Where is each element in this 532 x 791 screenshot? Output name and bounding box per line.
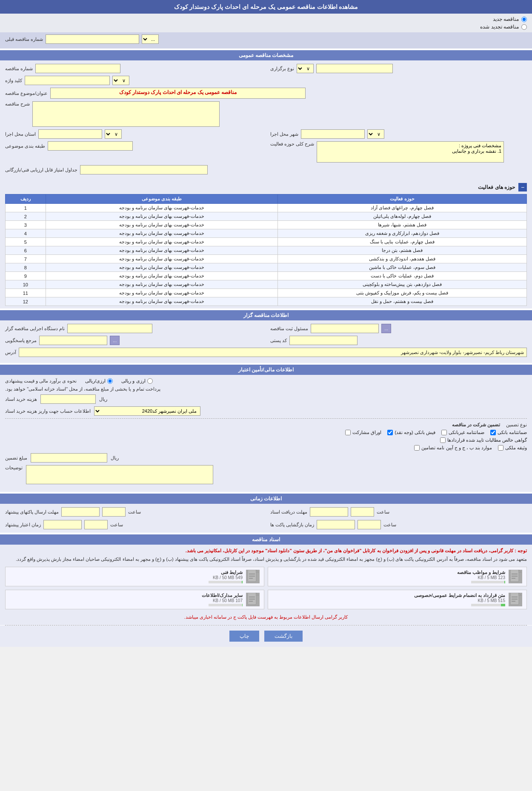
file-icon (509, 570, 522, 583)
table-cell-category: خدمات-فهرست بهای سازمان برنامه و بودجه (46, 204, 277, 212)
check-bank-guarantee[interactable] (490, 430, 496, 435)
score-input[interactable] (80, 165, 208, 174)
radio-rial-label: ارزی/ریالی (85, 378, 106, 384)
time-label-3: ساعت (383, 522, 396, 528)
address-value: شهرستان رباط کریم- نصیرشهر- بلوار ولایت-… (19, 348, 527, 357)
amount-label: مبلغ تضمین (5, 455, 27, 461)
file-icon (246, 570, 260, 583)
keyword-input[interactable] (25, 76, 110, 85)
radio-currency-label: ارزی و ریالی (121, 378, 145, 384)
file-info: شرایط و مواظب مناقصه 123 KB / 5 MB (457, 570, 505, 583)
postal-input: 3761953198 (289, 336, 358, 345)
file-size-fill (242, 581, 243, 583)
check-property-label: وثیقه ملکی (505, 445, 527, 451)
currency-label: ریال (99, 397, 107, 402)
check-contracts[interactable] (440, 437, 446, 443)
doc-file-item: شرایط فنی 549 KB / 50 MB (5, 567, 264, 586)
province-select[interactable]: ∨ (105, 129, 122, 139)
city-select[interactable]: ∨ (367, 129, 384, 139)
address-label: آدرس (5, 350, 16, 355)
svg-marker-16 (256, 593, 259, 595)
svg-rect-0 (510, 570, 519, 582)
activity-desc[interactable]: مشخصات فنی پروژه : 1. نقشه برداری و جانم… (317, 141, 504, 163)
footer-note: کاربر گرامی ارسال اطلاعات مربوط به فهرست… (5, 613, 527, 622)
check-bonds[interactable] (345, 430, 351, 435)
check-voucher-label: فیش بانکی (وجه نقد) (395, 430, 435, 435)
check-rules[interactable] (414, 445, 420, 451)
svg-rect-5 (248, 570, 256, 582)
receive-label: مهلت دریافت اسناد (270, 509, 307, 515)
table-row: فصل چهارم، عملیات بنایی با سنگ خدمات-فهر… (6, 238, 527, 246)
section-time-title: اطلاعات زمانی (0, 494, 532, 504)
tender-type-select[interactable]: ∨ (297, 64, 314, 73)
table-cell-row: 11 (6, 289, 46, 297)
toggle-activities-btn[interactable]: − (518, 183, 527, 191)
keyword-select[interactable]: ∨ (112, 76, 129, 85)
doc-file-item: متن قرارداد به انضمام شرایط عمومی/خصوصی … (268, 590, 527, 609)
reference-btn[interactable]: ... (110, 336, 120, 345)
check-contracts-label: گواهی خالص مطالبات تایید شده قراردادها (447, 437, 527, 443)
svg-marker-11 (519, 593, 521, 595)
table-row: فصل بیست و هشتم، حمل و نقل خدمات-فهرست ب… (6, 297, 527, 306)
section-financial-title: اطلاعات مالی/تأمین اعتبار (0, 365, 532, 375)
svg-marker-6 (256, 570, 259, 572)
radio-renewed-tender[interactable] (521, 24, 527, 30)
radio-new-tender-label: مناقصه جدید (493, 16, 519, 22)
send-time: 12:00 (102, 507, 126, 517)
guarantee-desc[interactable] (26, 465, 213, 484)
check-voucher[interactable] (387, 430, 393, 435)
responsible-btn[interactable]: ... (381, 324, 391, 333)
svg-rect-15 (248, 593, 256, 605)
send-label: مهلت ارسال پاکتهای پیشنهاد (5, 509, 59, 515)
table-cell-category: خدمات-فهرست بهای سازمان برنامه و بودجه (46, 229, 277, 238)
table-cell-area: فصل دوم، عملیات خاکی با دست (278, 272, 527, 280)
section-organizer-title: اطلاعات مناقصه گزار (0, 310, 532, 320)
section-general-title: مشخصات مناقصه عمومی (0, 50, 532, 60)
table-cell-row: 8 (6, 263, 46, 272)
receive-date: 1402/07/12 (310, 507, 348, 517)
city-label: شهر محل اجرا (270, 131, 298, 137)
org-name-label: نام دستگاه اجرایی مناقصه گزار (5, 326, 65, 331)
table-cell-area: فصل بیست و هشتم، حمل و نقل (278, 297, 527, 306)
table-cell-category: خدمات-فهرست بهای سازمان برنامه و بودجه (46, 289, 277, 297)
print-button[interactable]: چاپ (229, 631, 259, 642)
back-button[interactable]: بازگشت (264, 631, 303, 642)
table-row: فصل چهارم، چراغهای فضای آزاد خدمات-فهرست… (6, 204, 527, 212)
table-cell-row: 9 (6, 272, 46, 280)
check-bonds-label: اوراق مشارکت (352, 430, 381, 435)
table-cell-row: 3 (6, 221, 46, 229)
radio-currency[interactable] (147, 378, 153, 384)
table-cell-category: خدمات-فهرست بهای سازمان برنامه و بودجه (46, 221, 277, 229)
svg-rect-10 (510, 593, 519, 605)
table-cell-area: فصل بیست و یکم، فرش موزاییک و کفپوش بتنی (278, 289, 527, 297)
table-row: فصل چهارم، لوله‌های پلی‌اتیلن خدمات-فهرس… (6, 212, 527, 221)
purchase-cost-label: هزینه خرید اسناد (5, 397, 37, 402)
category-label: طبقه بندی موضوعی (5, 143, 45, 149)
table-cell-row: 7 (6, 255, 46, 263)
prev-tender-select[interactable]: ... (142, 34, 159, 44)
postal-label: کد پستی (270, 338, 287, 343)
reference-input[interactable] (39, 336, 107, 345)
file-info: شرایط فنی 549 KB / 50 MB (209, 570, 243, 583)
table-cell-area: فصل چهارم، چراغهای فضای آزاد (278, 204, 527, 212)
check-property[interactable] (498, 445, 503, 451)
table-row: فصل هشتم، بتن درجا خدمات-فهرست بهای سازم… (6, 246, 527, 255)
table-cell-area: فصل سوم، عملیات خاکی با ماشین (278, 263, 527, 272)
table-cell-area: فصل هفدهم، اندودکاری و بندکشی (278, 255, 527, 263)
receive-time: 12:00 (351, 507, 374, 517)
tender-title-label: عنوان/موضوع مناقصه (5, 91, 48, 96)
check-non-bank[interactable] (441, 430, 447, 435)
time-label-2: ساعت (128, 509, 141, 515)
check-rules-label: موارد بند ب ، ج و ح آیین نامه تضامین (421, 445, 492, 451)
section-activities-title: حوزه های فعالیت (478, 184, 515, 190)
prev-tender-input[interactable] (46, 34, 139, 44)
file-name: سایر مدارک/اطلاعات (202, 593, 243, 598)
activity-desc-label: شرح کلی حوزه فعالیت (270, 141, 314, 147)
radio-rial[interactable] (107, 378, 113, 384)
doc-file-item: سایر مدارک/اطلاعات 107 KB / 50 MB (5, 590, 264, 609)
radio-new-tender[interactable] (521, 17, 527, 22)
button-row: بازگشت چاپ (0, 625, 532, 647)
tender-description[interactable] (32, 101, 220, 127)
reference-label: مرجع پاسخگویی (5, 338, 37, 343)
bank-info-select[interactable]: ملی ایران نصیرشهر کد2420 (94, 406, 200, 416)
